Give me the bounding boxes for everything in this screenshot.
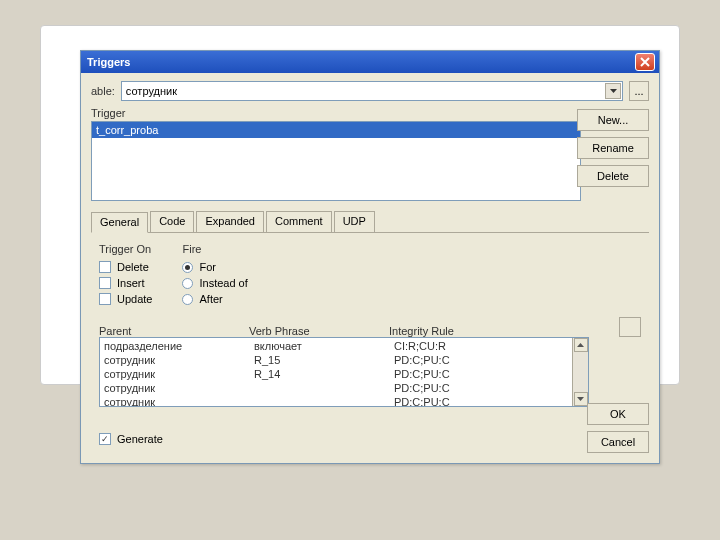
tab-content: Trigger On Delete Insert Update [91,233,649,451]
tab-comment[interactable]: Comment [266,211,332,232]
close-icon[interactable] [635,53,655,71]
tab-code[interactable]: Code [150,211,194,232]
generate-row: ✓ Generate [99,433,641,445]
checkbox-delete[interactable]: Delete [99,261,152,273]
radio-for[interactable]: For [182,261,247,273]
scroll-down-icon[interactable] [574,392,588,406]
grid-body: подразделение включает CI:R;CU:R сотрудн… [100,338,572,406]
bottom-buttons: OK Cancel [587,403,649,453]
grid-headers: Parent Verb Phrase Integrity Rule [99,325,589,337]
list-item[interactable]: t_corr_proba [92,122,580,138]
table-row[interactable]: подразделение включает CI:R;CU:R [104,340,568,354]
radio-icon[interactable] [182,262,193,273]
browse-button[interactable]: ... [629,81,649,101]
rules-grid[interactable]: подразделение включает CI:R;CU:R сотрудн… [99,337,589,407]
radio-label: After [199,293,222,305]
chevron-down-icon[interactable] [605,83,621,99]
titlebar: Triggers [81,51,659,73]
radio-label: For [199,261,216,273]
checkbox-insert[interactable]: Insert [99,277,152,289]
table-row: able: сотрудник ... [91,81,649,101]
radio-label: Instead of [199,277,247,289]
scroll-up-icon[interactable] [574,338,588,352]
radio-instead[interactable]: Instead of [182,277,247,289]
trigger-on-group: Trigger On Delete Insert Update [99,243,152,309]
tab-strip: General Code Expanded Comment UDP [91,211,649,233]
trigger-section-label: Trigger [91,107,649,119]
header-verb: Verb Phrase [249,325,389,337]
scrollbar[interactable] [572,338,588,406]
checkbox-label: Update [117,293,152,305]
new-button[interactable]: New... [577,109,649,131]
cancel-button[interactable]: Cancel [587,431,649,453]
checkbox-label: Insert [117,277,145,289]
checkbox-icon[interactable] [99,293,111,305]
table-label: able: [91,85,115,97]
checkbox-label: Delete [117,261,149,273]
trigger-on-title: Trigger On [99,243,152,255]
grid-options-button[interactable] [619,317,641,337]
header-rule: Integrity Rule [389,325,589,337]
checkbox-icon[interactable] [99,277,111,289]
tab-expanded[interactable]: Expanded [196,211,264,232]
header-parent: Parent [99,325,249,337]
checkbox-update[interactable]: Update [99,293,152,305]
trigger-listbox[interactable]: t_corr_proba [91,121,581,201]
window-title: Triggers [87,56,130,68]
delete-button[interactable]: Delete [577,165,649,187]
table-row[interactable]: сотрудник PD:C;PU:C [104,396,568,406]
fire-title: Fire [182,243,247,255]
radio-icon[interactable] [182,278,193,289]
radio-after[interactable]: After [182,293,247,305]
dialog-body: able: сотрудник ... Trigger t_corr_proba… [81,73,659,463]
table-row[interactable]: сотрудник PD:C;PU:C [104,382,568,396]
tab-general[interactable]: General [91,212,148,233]
table-combo-value: сотрудник [126,85,177,97]
generate-checkbox[interactable]: ✓ [99,433,111,445]
ok-button[interactable]: OK [587,403,649,425]
radio-icon[interactable] [182,294,193,305]
table-row[interactable]: сотрудник R_14 PD:C;PU:C [104,368,568,382]
checkbox-icon[interactable] [99,261,111,273]
table-row[interactable]: сотрудник R_15 PD:C;PU:C [104,354,568,368]
generate-label: Generate [117,433,163,445]
rename-button[interactable]: Rename [577,137,649,159]
side-button-column: New... Rename Delete [577,109,649,187]
table-combo[interactable]: сотрудник [121,81,623,101]
triggers-dialog: Triggers able: сотрудник ... Trigger t_c… [80,50,660,464]
tab-udp[interactable]: UDP [334,211,375,232]
fire-group: Fire For Instead of After [182,243,247,309]
